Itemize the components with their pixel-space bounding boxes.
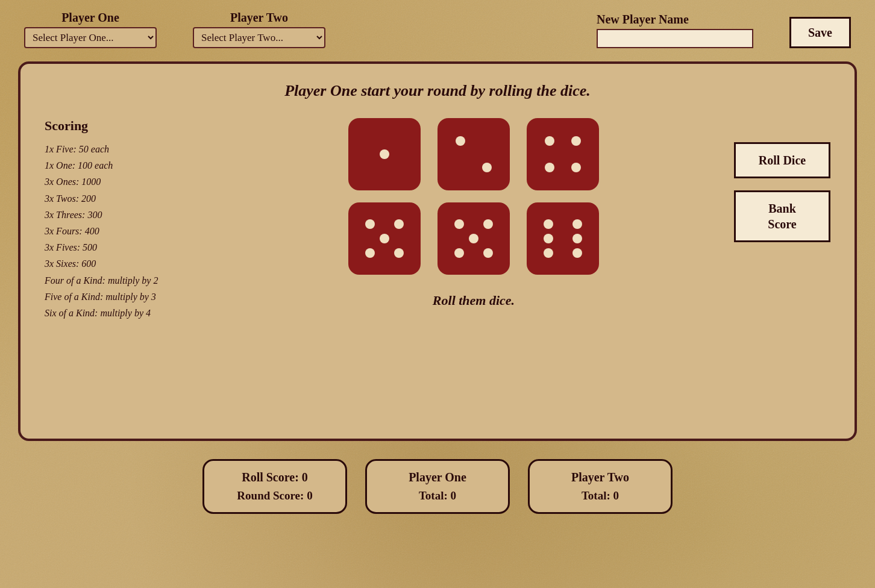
scoring-rule: Six of a Kind: multiply by 4	[45, 305, 213, 321]
player-one-score-label: Player One	[391, 471, 484, 484]
scoring-rule: 3x Fours: 400	[45, 223, 213, 239]
scoring-section: Scoring 1x Five: 50 each 1x One: 100 eac…	[45, 118, 213, 321]
die-1[interactable]	[348, 118, 421, 190]
player-one-select[interactable]: Select Player One...Player 1Player 2	[24, 27, 157, 48]
scoring-list: 1x Five: 50 each 1x One: 100 each 3x One…	[45, 141, 213, 321]
player-two-score-card: Player Two Total: 0	[528, 459, 673, 514]
new-player-label: New Player Name	[597, 13, 689, 27]
die-3[interactable]	[527, 118, 599, 190]
game-content: Scoring 1x Five: 50 each 1x One: 100 eac…	[45, 118, 830, 321]
action-buttons: Roll Dice BankScore	[734, 142, 830, 242]
player-one-score-card: Player One Total: 0	[365, 459, 510, 514]
dice-area: Roll them dice.	[237, 118, 710, 308]
player-two-total: Total: 0	[554, 489, 647, 502]
save-button[interactable]: Save	[789, 17, 851, 48]
player-one-label: Player One	[24, 11, 157, 25]
player-one-group: Player One Select Player One...Player 1P…	[24, 11, 157, 48]
scoring-rule: Five of a Kind: multiply by 3	[45, 289, 213, 305]
scoring-rule: 3x Fives: 500	[45, 239, 213, 255]
roll-score-label: Roll Score: 0	[228, 471, 321, 484]
scoring-rule: Four of a Kind: multiply by 2	[45, 272, 213, 289]
dice-row-bottom	[348, 202, 599, 275]
new-player-input[interactable]	[597, 29, 753, 48]
player-two-label: Player Two	[193, 11, 325, 25]
scoring-rule: 1x Five: 50 each	[45, 141, 213, 157]
roll-score-card: Roll Score: 0 Round Score: 0	[202, 459, 347, 514]
game-message: Player One start your round by rolling t…	[45, 82, 830, 100]
player-two-score-label: Player Two	[554, 471, 647, 484]
player-two-select[interactable]: Select Player Two...Player 1Player 2	[193, 27, 325, 48]
scoring-rule: 1x One: 100 each	[45, 157, 213, 174]
scoring-title: Scoring	[45, 118, 213, 134]
die-2[interactable]	[438, 118, 510, 190]
score-bar: Roll Score: 0 Round Score: 0 Player One …	[0, 447, 875, 526]
bank-score-button[interactable]: BankScore	[734, 190, 830, 242]
die-4[interactable]	[348, 202, 421, 275]
die-5[interactable]	[438, 202, 510, 275]
player-one-total: Total: 0	[391, 489, 484, 502]
die-6[interactable]	[527, 202, 599, 275]
header: Player One Select Player One...Player 1P…	[0, 0, 875, 55]
dice-message: Roll them dice.	[433, 293, 515, 308]
scoring-rule: 3x Ones: 1000	[45, 174, 213, 190]
game-board: Player One start your round by rolling t…	[18, 61, 857, 441]
player-two-group: Player Two Select Player Two...Player 1P…	[193, 11, 325, 48]
scoring-rule: 3x Sixes: 600	[45, 255, 213, 272]
scoring-rule: 3x Threes: 300	[45, 207, 213, 223]
roll-dice-button[interactable]: Roll Dice	[734, 142, 830, 178]
dice-row-top	[348, 118, 599, 190]
scoring-rule: 3x Twos: 200	[45, 190, 213, 207]
round-score-label: Round Score: 0	[228, 489, 321, 502]
new-player-group: New Player Name	[597, 13, 753, 48]
